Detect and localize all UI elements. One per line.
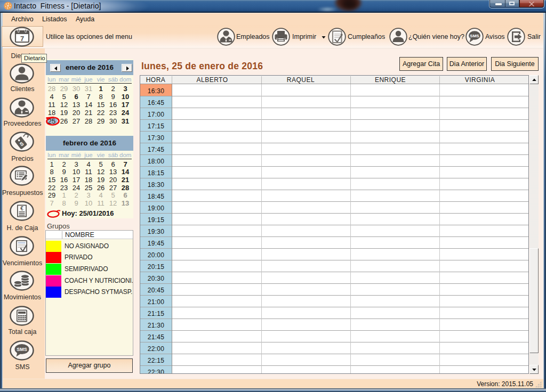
svg-text:€: € — [20, 206, 23, 211]
svg-text:SMS: SMS — [17, 347, 27, 352]
svg-text:7: 7 — [20, 35, 24, 43]
svg-text:SMS: SMS — [470, 34, 479, 38]
